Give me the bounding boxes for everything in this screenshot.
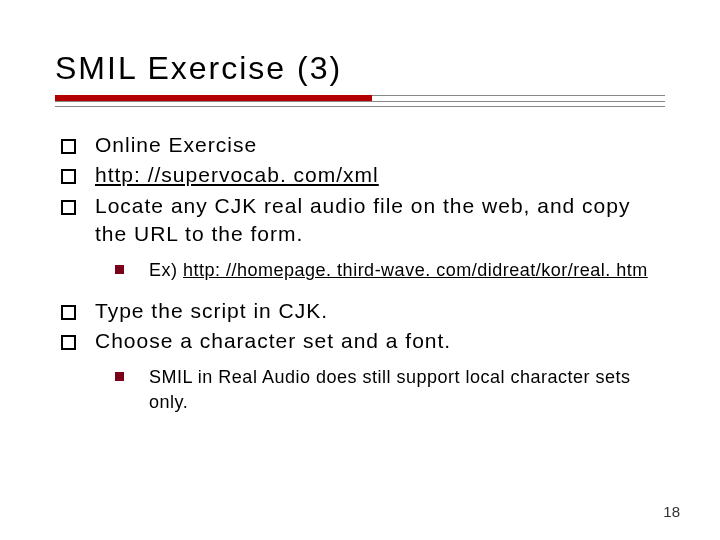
sub-link[interactable]: http: //homepage. third-wave. com/didrea… (183, 260, 648, 280)
bullet-text: Locate any CJK real audio file on the we… (95, 194, 630, 245)
list-item: Ex) http: //homepage. third-wave. com/di… (115, 258, 665, 282)
slide-body: Online Exercise http: //supervocab. com/… (55, 131, 665, 414)
bullet-list: Online Exercise http: //supervocab. com/… (55, 131, 665, 414)
bullet-text: Choose a character set and a font. (95, 329, 451, 352)
page-number: 18 (663, 503, 680, 520)
list-item: SMIL in Real Audio does still support lo… (115, 365, 665, 414)
list-item: Locate any CJK real audio file on the we… (61, 192, 665, 283)
sub-list: Ex) http: //homepage. third-wave. com/di… (95, 258, 665, 282)
list-item: Type the script in CJK. (61, 297, 665, 325)
sub-list: SMIL in Real Audio does still support lo… (95, 365, 665, 414)
list-item: http: //supervocab. com/xml (61, 161, 665, 189)
list-item: Online Exercise (61, 131, 665, 159)
sub-text: SMIL in Real Audio does still support lo… (149, 367, 631, 411)
slide-title: SMIL Exercise (3) (55, 50, 665, 87)
bullet-text: Online Exercise (95, 133, 257, 156)
title-underline (55, 95, 665, 113)
sub-prefix: Ex) (149, 260, 183, 280)
bullet-text: Type the script in CJK. (95, 299, 328, 322)
list-item: Choose a character set and a font. SMIL … (61, 327, 665, 414)
bullet-link[interactable]: http: //supervocab. com/xml (95, 163, 379, 186)
